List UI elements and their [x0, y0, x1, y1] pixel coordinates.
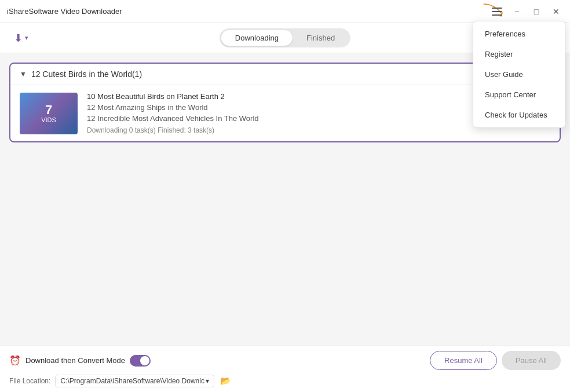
menu-item-check-updates[interactable]: Check for Updates — [473, 105, 565, 125]
item-title-3: 12 Incredible Most Advanced Vehicles In … — [87, 114, 484, 123]
hamburger-icon — [492, 8, 502, 16]
tab-switcher: Downloading Finished — [220, 28, 350, 47]
menu-item-preferences[interactable]: Preferences — [473, 24, 565, 44]
file-path-button[interactable]: C:\ProgramData\iShareSoftware\Video Down… — [55, 375, 214, 387]
folder-icon: 📂 — [220, 376, 231, 386]
convert-label: Download then Convert Mode — [25, 356, 125, 365]
menu-item-register[interactable]: Register — [473, 44, 565, 64]
toggle-knob — [140, 356, 149, 365]
maximize-button[interactable]: □ — [527, 2, 546, 21]
file-location-label: File Location: — [9, 377, 50, 385]
group-title: 12 Cutest Birds in the World(1) — [31, 69, 142, 79]
collapse-icon[interactable]: ▼ — [20, 70, 27, 78]
add-icon: ⬇ — [14, 32, 23, 45]
thumbnail-bg: 7 VIDS — [20, 93, 78, 134]
item-title-1: 10 Most Beautiful Birds on Planet Earth … — [87, 92, 484, 101]
item-title-2: 12 Most Amazing Ships in the World — [87, 103, 484, 112]
bottom-top: ⏰ Download then Convert Mode Resume All … — [9, 351, 561, 370]
menu-item-user-guide[interactable]: User Guide — [473, 64, 565, 85]
open-folder-button[interactable]: 📂 — [219, 375, 232, 387]
bottom-actions: Resume All Pause All — [430, 351, 561, 370]
convert-icon: ⏰ — [9, 355, 21, 366]
close-button[interactable]: ✕ — [547, 2, 565, 21]
file-path-text: C:\ProgramData\iShareSoftware\Video Down… — [60, 377, 204, 385]
dropdown-menu: Preferences Register User Guide Support … — [473, 21, 565, 128]
tab-downloading[interactable]: Downloading — [221, 30, 293, 46]
menu-button[interactable] — [488, 2, 506, 21]
bottom-bar: ⏰ Download then Convert Mode Resume All … — [0, 346, 570, 392]
chevron-down-icon: ▾ — [25, 34, 28, 42]
item-info: 10 Most Beautiful Birds on Planet Earth … — [87, 92, 484, 134]
title-bar: iShareSoftware Video Downloader − □ ✕ Pr… — [0, 0, 570, 23]
convert-toggle[interactable] — [130, 355, 151, 367]
path-chevron-icon: ▾ — [206, 377, 209, 385]
add-download-button[interactable]: ⬇ ▾ — [9, 28, 33, 48]
minimize-button[interactable]: − — [507, 2, 526, 21]
thumbnail-count: 7 — [45, 104, 52, 116]
tab-finished[interactable]: Finished — [293, 30, 349, 46]
pause-all-button: Pause All — [502, 351, 561, 370]
menu-item-support-center[interactable]: Support Center — [473, 85, 565, 105]
item-status: Downloading 0 task(s) Finished: 3 task(s… — [87, 126, 484, 134]
convert-mode: ⏰ Download then Convert Mode — [9, 355, 151, 367]
file-location-row: File Location: C:\ProgramData\iShareSoft… — [9, 375, 561, 387]
resume-all-button[interactable]: Resume All — [430, 351, 497, 370]
app-title: iShareSoftware Video Downloader — [7, 7, 122, 16]
thumbnail: 7 VIDS — [20, 93, 78, 134]
window-controls: − □ ✕ — [488, 0, 565, 23]
thumbnail-label: VIDS — [41, 116, 56, 123]
